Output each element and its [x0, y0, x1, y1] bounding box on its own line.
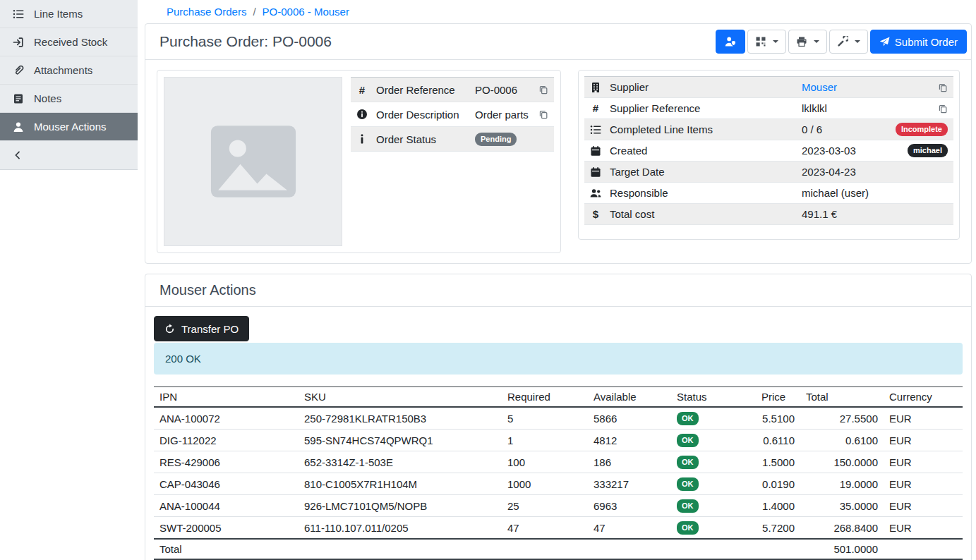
- cell-status: OK: [671, 517, 756, 540]
- cell-currency: EUR: [884, 451, 963, 473]
- order-reference-row: # Order Reference PO-0006: [351, 78, 554, 102]
- copy-icon[interactable]: [538, 85, 548, 95]
- table-header-row: IPN SKU Required Available Status Price …: [154, 387, 963, 408]
- mouser-actions-title: Mouser Actions: [159, 282, 957, 298]
- hash-icon: #: [356, 84, 368, 96]
- cell-status: OK: [671, 495, 756, 517]
- cell-price: 0.0190: [756, 473, 800, 495]
- copy-icon[interactable]: [938, 83, 948, 92]
- sidebar-item-notes[interactable]: Notes: [0, 85, 138, 113]
- cell-currency: EUR: [884, 430, 963, 451]
- status-ok-badge: OK: [677, 499, 699, 513]
- mouser-actions-body: Transfer PO 200 OK IPN SKU Required Avai…: [145, 307, 971, 560]
- sidebar-collapse-button[interactable]: [0, 141, 138, 169]
- cell-sku: 652-3314Z-1-503E: [299, 451, 502, 473]
- submit-order-button[interactable]: Submit Order: [870, 30, 967, 54]
- sidebar-item-mouser-actions[interactable]: Mouser Actions: [0, 113, 138, 141]
- cell-total: 0.6100: [800, 430, 884, 451]
- detail-value: PO-0006: [475, 84, 538, 96]
- cell-price: 1.5000: [756, 451, 800, 473]
- sidebar-item-label: Notes: [34, 92, 61, 104]
- building-icon: [590, 82, 601, 93]
- detail-label: Completed Line Items: [610, 123, 802, 135]
- image-placeholder-icon: [210, 125, 296, 198]
- cell-status: OK: [671, 473, 756, 495]
- cell-status: OK: [671, 430, 756, 451]
- table-row: CAP-043046 810-C1005X7R1H104M 1000 33321…: [154, 473, 963, 495]
- page-title: Purchase Order: PO-0006: [159, 33, 332, 50]
- users-icon: [590, 188, 601, 199]
- supplier-reference-row: # Supplier Reference lklklkl: [584, 98, 953, 119]
- transfer-po-button[interactable]: Transfer PO: [154, 316, 249, 341]
- status-ok-badge: OK: [677, 412, 699, 425]
- note-icon: [13, 93, 24, 104]
- user-shield-button[interactable]: [716, 30, 745, 54]
- chevron-down-icon: [814, 40, 819, 43]
- detail-label: Created: [610, 145, 802, 157]
- status-badge: Pending: [475, 133, 517, 146]
- col-header-sku: SKU: [299, 387, 502, 408]
- cell-required: 1: [502, 430, 588, 451]
- cell-sku: 810-C1005X7R1H104M: [299, 473, 502, 495]
- sidebar-item-received-stock[interactable]: Received Stock: [0, 28, 138, 56]
- print-actions-button[interactable]: [788, 30, 827, 54]
- sidebar-item-label: Received Stock: [34, 36, 107, 48]
- copy-icon[interactable]: [538, 109, 548, 119]
- order-status-row: Order Status Pending: [351, 127, 554, 152]
- table-footer-row: Total 501.0000: [154, 539, 963, 559]
- cell-required: 1000: [502, 473, 588, 495]
- mouser-actions-panel: Mouser Actions Transfer PO 200 OK IPN: [145, 274, 972, 560]
- sidebar-item-line-items[interactable]: Line Items: [0, 0, 138, 28]
- cell-total: 19.0000: [800, 473, 884, 495]
- breadcrumb-current-order[interactable]: PO-0006 - Mouser: [263, 6, 349, 18]
- wrench-icon: [837, 36, 848, 47]
- order-summary-card: # Order Reference PO-0006 Order Descript…: [157, 70, 561, 253]
- cell-available: 4812: [588, 430, 671, 451]
- cell-sku: 611-110.107.011/0205: [299, 517, 502, 540]
- header-actions: Submit Order: [716, 30, 967, 54]
- cell-ipn: CAP-043046: [154, 473, 299, 495]
- barcode-actions-button[interactable]: [747, 30, 786, 54]
- col-header-total: Total: [800, 387, 884, 408]
- breadcrumb-purchase-orders[interactable]: Purchase Orders: [167, 6, 246, 18]
- mouser-actions-header: Mouser Actions: [145, 274, 971, 307]
- purchase-order-header: Purchase Order: PO-0006: [145, 24, 971, 60]
- cell-price: 0.6110: [756, 430, 800, 451]
- col-header-available: Available: [588, 387, 671, 408]
- paperclip-icon: [13, 65, 24, 76]
- cell-total: 27.5500: [800, 407, 884, 430]
- copy-icon[interactable]: [938, 104, 948, 114]
- qr-code-icon: [755, 36, 766, 47]
- cell-available: 47: [588, 517, 671, 540]
- cell-total: 35.0000: [800, 495, 884, 517]
- detail-label: Supplier: [610, 81, 802, 93]
- cell-currency: EUR: [884, 407, 963, 430]
- status-alert: 200 OK: [154, 343, 963, 375]
- hash-icon: #: [590, 102, 601, 114]
- supplier-link[interactable]: Mouser: [802, 81, 837, 93]
- status-ok-badge: OK: [677, 434, 699, 447]
- cell-ipn: ANA-100044: [154, 495, 299, 517]
- incomplete-badge: Incomplete: [896, 123, 948, 136]
- order-detail-table: # Order Reference PO-0006 Order Descript…: [351, 77, 554, 246]
- responsible-row: Responsible michael (user): [584, 183, 953, 204]
- order-image-placeholder[interactable]: [164, 77, 342, 246]
- supplier-summary-card: Supplier Mouser # Supplier Reference lkl…: [578, 70, 960, 240]
- status-ok-badge: OK: [677, 477, 699, 491]
- sidebar-item-attachments[interactable]: Attachments: [0, 56, 138, 85]
- total-cost-row: $ Total cost 491.1 €: [584, 204, 953, 225]
- cell-status: OK: [671, 407, 756, 430]
- detail-value: 491.1 €: [802, 208, 948, 220]
- footer-total-value: 501.0000: [800, 539, 884, 559]
- detail-value: 2023-03-03: [802, 145, 908, 157]
- created-row: Created 2023-03-03 michael: [584, 140, 953, 162]
- cell-required: 25: [502, 495, 588, 517]
- cell-required: 5: [502, 407, 588, 430]
- cell-sku: 250-72981KLRATR150B3: [299, 407, 502, 430]
- detail-value: 0 / 6: [802, 123, 896, 135]
- cell-total: 150.0000: [800, 451, 884, 473]
- order-actions-button[interactable]: [829, 30, 868, 54]
- detail-value: lklklkl: [802, 102, 938, 114]
- cell-required: 47: [502, 517, 588, 540]
- status-ok-badge: OK: [677, 521, 699, 535]
